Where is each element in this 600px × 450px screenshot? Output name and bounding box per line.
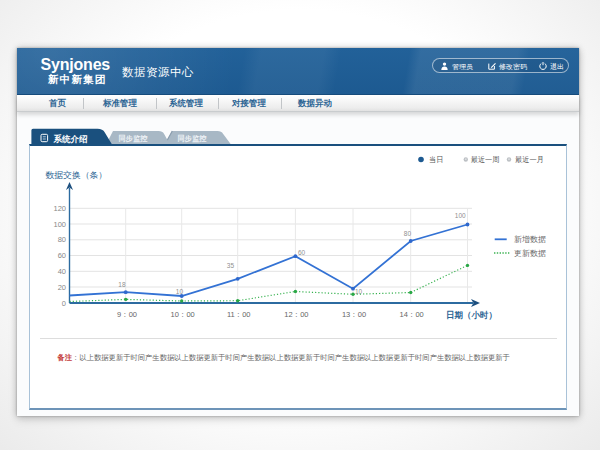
svg-text:35: 35 — [227, 262, 235, 269]
svg-text:新增数据: 新增数据 — [514, 235, 546, 244]
svg-text:40: 40 — [58, 267, 66, 276]
svg-text:100: 100 — [53, 220, 66, 229]
svg-text:最近一周: 最近一周 — [471, 155, 500, 164]
svg-text:60: 60 — [298, 249, 306, 256]
svg-text:10：00: 10：00 — [171, 310, 195, 319]
svg-text:最近一月: 最近一月 — [515, 155, 544, 164]
svg-text:14：00: 14：00 — [400, 310, 424, 319]
svg-text:10: 10 — [355, 288, 363, 295]
svg-text:9：00: 9：00 — [117, 310, 137, 319]
svg-text:80: 80 — [58, 235, 66, 244]
svg-text:10: 10 — [176, 288, 184, 295]
svg-text:80: 80 — [404, 230, 412, 237]
svg-text:60: 60 — [58, 251, 66, 260]
svg-text:100: 100 — [455, 212, 466, 219]
svg-text:12：00: 12：00 — [284, 310, 308, 319]
svg-text:数据交换（条）: 数据交换（条） — [46, 170, 108, 180]
svg-text:0: 0 — [62, 299, 66, 308]
svg-text:13：00: 13：00 — [342, 310, 366, 319]
svg-text:11：00: 11：00 — [227, 310, 251, 319]
svg-text:日期（小时）: 日期（小时） — [446, 310, 497, 320]
svg-text:18: 18 — [118, 281, 126, 288]
svg-text:120: 120 — [53, 204, 66, 213]
svg-text:更新数据: 更新数据 — [514, 249, 546, 258]
svg-text:20: 20 — [58, 283, 66, 292]
svg-text:当日: 当日 — [429, 155, 443, 164]
